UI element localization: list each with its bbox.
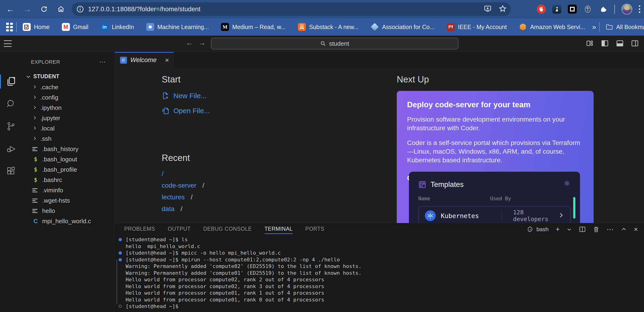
tree-folder-jupyter[interactable]: .jupyter [22, 113, 114, 123]
tab-output[interactable]: OUTPUT [168, 223, 191, 235]
bookmark-aws[interactable]: Amazon Web Servi... [519, 23, 585, 31]
adblock-extension-icon[interactable] [537, 5, 546, 13]
tab-welcome[interactable]: Welcome × [115, 52, 174, 67]
tab-terminal[interactable]: TERMINAL [264, 223, 293, 235]
terminal-line: Warning: Permanently added 'compute01' (… [115, 270, 644, 277]
terminal-line: Hello world from processor compute01, ra… [115, 297, 644, 303]
tree-file-bash-history[interactable]: .bash_history [22, 144, 114, 154]
bookmark-linkedin[interactable]: in LinkedIn [100, 23, 134, 31]
extensions-puzzle-icon[interactable] [599, 5, 608, 13]
close-panel-icon[interactable]: × [634, 225, 638, 233]
url-text: 127.0.0.1:18088/?folder=/home/student [88, 6, 200, 13]
new-terminal-icon[interactable]: + [556, 225, 560, 233]
bookmark-star-icon[interactable] [499, 5, 507, 13]
source-control-activity-icon[interactable] [0, 115, 22, 138]
explorer-activity-icon[interactable] [0, 70, 22, 93]
browser-menu-icon[interactable] [639, 5, 640, 13]
recent-item[interactable]: code-server/ [162, 182, 204, 189]
profile-avatar[interactable] [622, 4, 632, 14]
terminal-dropdown-icon[interactable] [567, 227, 572, 232]
back-icon[interactable]: ← [5, 4, 16, 14]
new-file-link[interactable]: New File... [162, 92, 210, 100]
tree-file-mpi-hello-world[interactable]: Cmpi_hello_world.c [22, 216, 114, 226]
vscode-titlebar: ← → student [0, 36, 644, 52]
customize-layout-icon[interactable] [586, 39, 594, 47]
command-decoration[interactable] [118, 258, 122, 261]
maximize-panel-icon[interactable] [621, 227, 627, 232]
palm-tree-extension-icon[interactable] [583, 5, 592, 13]
tree-folder-ipython[interactable]: .ipython [22, 103, 114, 113]
tree-file-viminfo[interactable]: .viminfo [22, 185, 114, 195]
command-center-search[interactable]: student [211, 38, 458, 49]
site-info-icon[interactable] [76, 4, 85, 14]
browser-toolbar: ← → 127.0.0.1:18088/?folder=/home/studen… [0, 0, 644, 18]
gear-icon[interactable] [564, 180, 571, 189]
search-activity-icon[interactable] [0, 93, 22, 115]
bookmark-home[interactable]: Home [23, 23, 50, 31]
shell-file-icon: $ [32, 166, 39, 173]
shell-file-icon: $ [32, 177, 39, 183]
tab-problems[interactable]: PROBLEMS [124, 223, 155, 235]
go-forward-icon[interactable]: → [198, 38, 206, 47]
tree-file-bash-profile[interactable]: $.bash_profile [22, 164, 114, 175]
tree-file-wget-hsts[interactable]: .wget-hsts [22, 195, 114, 206]
install-app-icon[interactable] [484, 5, 492, 13]
frame-extension-icon[interactable] [568, 5, 577, 13]
reload-icon[interactable] [39, 4, 49, 14]
recent-item[interactable]: data/ [162, 205, 204, 213]
open-file-link[interactable]: Open File... [162, 107, 210, 115]
kill-terminal-trash-icon[interactable] [593, 226, 600, 233]
run-debug-activity-icon[interactable] [0, 138, 22, 160]
tree-file-bash-logout[interactable]: $.bash_logout [22, 154, 114, 164]
bookmarks-overflow-chevron[interactable]: » [592, 23, 596, 31]
side-panel-grid-icon[interactable] [6, 23, 13, 31]
prompt-decoration[interactable] [118, 305, 122, 308]
bookmark-ieee[interactable]: Pf IEEE - My Account [447, 23, 507, 31]
home-icon[interactable] [56, 4, 66, 14]
template-row-kubernetes[interactable]: Kubernetes 128 developers [418, 206, 571, 223]
tree-folder-config[interactable]: .config [22, 92, 114, 103]
bookmark-substack[interactable]: Substack - A new... [298, 23, 358, 31]
all-bookmarks-button[interactable]: All Bookmarks [606, 24, 644, 30]
next-up-heading: Next Up [397, 74, 429, 85]
explorer-more-actions-icon[interactable]: ⋯ [99, 58, 106, 66]
menu-hamburger-icon[interactable] [4, 40, 12, 47]
recent-item[interactable]: / [162, 170, 204, 178]
chevron-down-icon [26, 74, 31, 79]
templates-icon [418, 181, 426, 189]
command-decoration[interactable] [118, 238, 122, 241]
terminal-line: [student@head ~]$ mpirun --host compute0… [115, 257, 644, 263]
tree-file-bashrc[interactable]: $.bashrc [22, 175, 114, 185]
tree-file-hello[interactable]: hello [22, 206, 114, 216]
recent-item[interactable]: lectures/ [162, 194, 204, 201]
extensions-activity-icon[interactable] [0, 160, 22, 183]
go-back-icon[interactable]: ← [186, 38, 193, 47]
workspace-section-header[interactable]: STUDENT [22, 68, 114, 82]
tab-ports[interactable]: PORTS [305, 223, 324, 235]
terminal-output-gutter [116, 260, 117, 304]
bookmark-gmail[interactable]: M Gmail [62, 23, 88, 31]
toggle-secondary-sidebar-icon[interactable] [631, 39, 639, 47]
chevron-right-icon [558, 212, 564, 219]
bookmark-association[interactable]: Association for Co... [371, 23, 434, 31]
forward-icon[interactable]: → [22, 4, 32, 14]
split-terminal-icon[interactable] [579, 226, 586, 233]
toolbar-separator [614, 4, 615, 14]
toggle-panel-icon[interactable] [616, 39, 624, 47]
templates-scrollbar[interactable] [573, 197, 575, 219]
kindle-extension-icon[interactable] [552, 5, 561, 13]
tree-folder-ssh[interactable]: .ssh [22, 133, 114, 144]
toggle-primary-sidebar-icon[interactable] [601, 39, 609, 47]
address-bar[interactable]: 127.0.0.1:18088/?folder=/home/student [72, 2, 511, 16]
templates-col-used-by: Used By [490, 196, 511, 201]
close-tab-icon[interactable]: × [165, 56, 169, 64]
shell-selector[interactable]: bash [527, 226, 548, 233]
tree-folder-cache[interactable]: .cache [22, 82, 114, 92]
tree-folder-local[interactable]: .local [22, 123, 114, 133]
panel-more-actions-icon[interactable]: ⋯ [606, 225, 614, 233]
tab-debug-console[interactable]: DEBUG CONSOLE [203, 223, 252, 235]
command-decoration[interactable] [118, 251, 122, 255]
bookmark-medium[interactable]: M Medium – Read, w... [221, 23, 286, 31]
bookmark-machine-learning[interactable]: Machine Learning... [146, 23, 209, 31]
terminal[interactable]: [student@head ~]$ ls hello mpi_hello_wor… [115, 236, 644, 310]
